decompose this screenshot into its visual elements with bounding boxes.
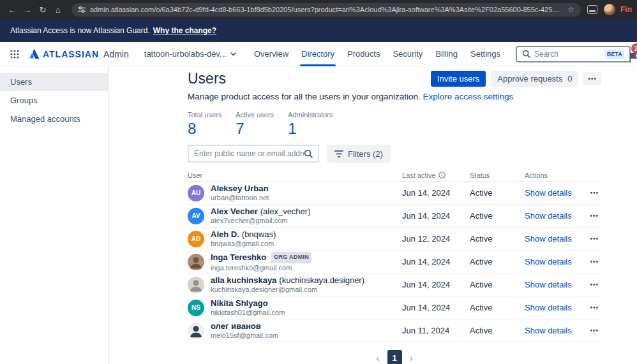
info-icon[interactable] (438, 171, 446, 178)
back-icon[interactable]: ← (5, 3, 19, 17)
row-more-icon[interactable]: ••• (590, 281, 599, 288)
show-details-link[interactable]: Show details (525, 280, 572, 289)
nav-directory[interactable]: Directory (295, 42, 341, 66)
user-cell[interactable]: AV Alex Vecher (alex_vecher) alex7vecher… (188, 207, 402, 225)
show-details-link[interactable]: Show details (525, 303, 572, 312)
site-settings-icon[interactable] (78, 6, 86, 13)
last-active-value: Jun 14, 2024 (402, 211, 470, 221)
nav-overview[interactable]: Overview (248, 42, 295, 66)
nav-billing[interactable]: Billing (429, 42, 464, 66)
table-row: AU Aleksey Urban urban@tattoon.net Jun 1… (188, 182, 601, 205)
user-search-field[interactable] (188, 145, 319, 163)
show-details-link[interactable]: Show details (525, 211, 572, 221)
user-email: kuchinskaya.designer@gmail.com (211, 286, 364, 294)
address-bar[interactable]: admin.atlassian.com/o/6a34b72c-d9fd-4cd8… (71, 3, 581, 17)
sidebar-item-managed-accounts[interactable]: Managed accounts (0, 110, 108, 128)
header-search-input[interactable] (534, 50, 601, 59)
user-username: (bnqwas) (242, 229, 276, 239)
user-name: Inga Tereshko (211, 252, 266, 262)
stats-row: Total users 8 Active users 7 Administrat… (188, 111, 601, 137)
row-more-icon[interactable]: ••• (590, 304, 599, 311)
sidebar-item-groups[interactable]: Groups (0, 91, 108, 110)
atlassian-logo: ATLASSIAN Admin (28, 48, 129, 60)
bookmark-star-icon[interactable]: ☆ (567, 5, 574, 14)
notifications-button[interactable]: 2 (620, 43, 637, 66)
more-options-button[interactable]: ••• (583, 72, 601, 85)
pagination: ‹ 1 › (188, 350, 601, 364)
explore-access-settings-link[interactable]: Explore access settings (423, 92, 513, 101)
user-avatar: AV (188, 208, 204, 224)
guard-banner-link[interactable]: Why the change? (153, 26, 216, 35)
nav-security[interactable]: Security (386, 42, 429, 66)
next-page-icon[interactable]: › (410, 353, 413, 363)
page-body: Users Groups Managed accounts Users Invi… (0, 66, 637, 364)
reload-icon[interactable]: ↻ (36, 3, 50, 17)
url-text: admin.atlassian.com/o/6a34b72c-d9fd-4cd8… (90, 6, 563, 13)
users-table: User Last active Status Actions (188, 169, 601, 342)
forward-icon[interactable]: → (20, 3, 34, 17)
col-last-active: Last active (402, 171, 470, 179)
user-name: Aleh D. (211, 229, 239, 239)
title-row: Users Invite users Approve requests 0 ••… (188, 70, 601, 87)
notification-count-badge: 2 (631, 43, 637, 54)
nav-settings[interactable]: Settings (464, 42, 507, 66)
current-page-button[interactable]: 1 (387, 350, 402, 364)
stat-value[interactable]: 8 (188, 120, 221, 137)
show-details-link[interactable]: Show details (525, 188, 572, 198)
row-more-icon[interactable]: ••• (590, 327, 599, 334)
org-selector[interactable]: tattoon-urbolabs-dev... (144, 49, 236, 59)
user-username: (alex_vecher) (260, 207, 311, 216)
user-cell[interactable]: Inga Tereshko ORG ADMIN inga.tereshko@gm… (188, 252, 402, 272)
last-active-value: Jun 14, 2024 (402, 303, 470, 312)
show-details-link[interactable]: Show details (525, 257, 572, 266)
col-actions: Actions (525, 171, 601, 179)
sidebar: Users Groups Managed accounts (0, 66, 109, 364)
stat-total-users: Total users 8 (188, 111, 221, 137)
header-nav: Overview Directory Products Security Bil… (248, 42, 507, 66)
show-details-link[interactable]: Show details (525, 326, 572, 335)
screen: ← → ↻ ⌂ admin.atlassian.com/o/6a34b72c-d… (0, 0, 637, 364)
guard-banner: Atlassian Access is now Atlassian Guard.… (0, 19, 637, 42)
stat-label: Total users (188, 111, 221, 119)
stat-value[interactable]: 7 (236, 120, 274, 137)
row-more-icon[interactable]: ••• (590, 212, 599, 219)
user-cell[interactable]: alla kuchinskaya (kuchinskaya.designer) … (188, 275, 402, 294)
page-description: Manage product access for all the users … (188, 92, 601, 102)
status-value: Active (470, 303, 525, 312)
row-more-icon[interactable]: ••• (590, 235, 599, 242)
row-more-icon[interactable]: ••• (590, 189, 599, 196)
stat-value[interactable]: 1 (288, 120, 333, 137)
filters-button[interactable]: Filters (2) (327, 145, 391, 163)
home-icon[interactable]: ⌂ (51, 3, 65, 17)
header-search[interactable]: BETA (516, 46, 631, 62)
table-row: олег иванов melo15sf@gmail.com Jun 11, 2… (188, 319, 601, 342)
stat-administrators: Administrators 1 (288, 111, 333, 137)
prev-page-icon[interactable]: ‹ (376, 353, 379, 363)
table-row: NS Nikita Shlyago nikkitash01@gmail.com … (188, 296, 601, 319)
stat-active-users: Active users 7 (236, 111, 274, 137)
user-email: alex7vecher@gmail.com (211, 217, 310, 225)
user-avatar: AD (188, 231, 204, 247)
show-details-link[interactable]: Show details (525, 234, 572, 244)
col-status: Status (470, 171, 525, 179)
stat-label: Administrators (288, 111, 333, 119)
user-username: (kuchinskaya.designer) (279, 275, 364, 285)
approve-requests-button[interactable]: Approve requests 0 (491, 71, 578, 87)
user-search-input[interactable] (194, 149, 304, 158)
approve-requests-label: Approve requests (497, 74, 562, 84)
description-text: Manage product access for all the users … (188, 92, 421, 101)
app-switcher-icon[interactable] (6, 46, 23, 62)
nav-products[interactable]: Products (341, 42, 386, 66)
browser-profile-name[interactable]: Fin (620, 5, 632, 14)
user-cell[interactable]: AD Aleh D. (bnqwas) bnqwas@gmail.com (188, 229, 402, 248)
user-cell[interactable]: олег иванов melo15sf@gmail.com (188, 321, 402, 340)
invite-users-button[interactable]: Invite users (431, 71, 486, 87)
sidebar-item-users[interactable]: Users (0, 73, 108, 91)
user-cell[interactable]: NS Nikita Shlyago nikkitash01@gmail.com (188, 298, 402, 317)
browser-extension-icon[interactable] (587, 5, 597, 14)
approve-requests-count: 0 (567, 74, 572, 84)
user-cell[interactable]: AU Aleksey Urban urban@tattoon.net (188, 184, 402, 202)
browser-profile-avatar[interactable] (604, 4, 615, 15)
row-more-icon[interactable]: ••• (590, 258, 599, 265)
table-row: AD Aleh D. (bnqwas) bnqwas@gmail.com Jun… (188, 228, 601, 251)
